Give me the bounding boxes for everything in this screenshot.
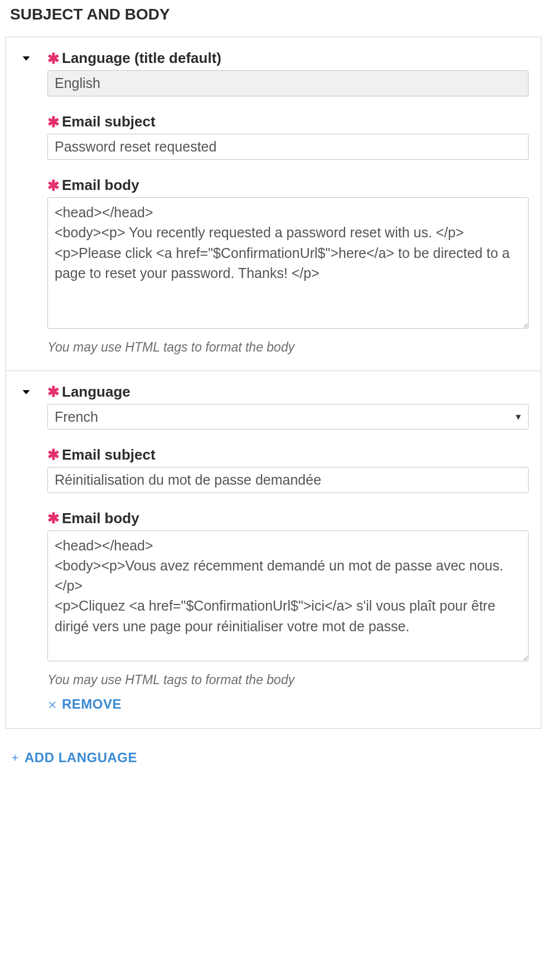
required-star-icon: ✱ — [47, 511, 60, 525]
add-language-button[interactable]: ADD LANGUAGE — [10, 750, 137, 766]
remove-label: REMOVE — [62, 696, 122, 712]
required-star-icon: ✱ — [47, 115, 60, 129]
chevron-down-icon[interactable] — [18, 384, 34, 400]
email-body-textarea[interactable]: <head></head> <body><p>Vous avez récemme… — [47, 530, 529, 662]
email-subject-label: Email subject — [62, 446, 156, 464]
language-block-1: ✱ Language French ✱ Email subject — [6, 370, 541, 729]
required-star-icon: ✱ — [47, 51, 60, 66]
email-body-label: Email body — [62, 177, 139, 194]
email-body-textarea[interactable]: <head></head> <body><p> You recently req… — [47, 197, 529, 329]
subject-body-panel: ✱ Language (title default) ✱ Email subje… — [6, 37, 541, 729]
language-input-default — [47, 70, 529, 96]
language-label: Language — [62, 383, 130, 401]
required-star-icon: ✱ — [47, 447, 60, 462]
add-language-label: ADD LANGUAGE — [25, 750, 137, 766]
remove-button[interactable]: REMOVE — [47, 696, 122, 712]
close-icon — [47, 699, 57, 709]
language-select[interactable]: French — [47, 404, 529, 430]
required-star-icon: ✱ — [47, 384, 60, 399]
chevron-down-icon[interactable] — [18, 51, 34, 66]
required-star-icon: ✱ — [47, 178, 60, 193]
language-label: Language (title default) — [62, 50, 221, 67]
email-subject-input[interactable] — [47, 467, 529, 493]
language-block-0: ✱ Language (title default) ✱ Email subje… — [6, 37, 541, 370]
email-subject-label: Email subject — [62, 113, 156, 130]
help-text: You may use HTML tags to format the body — [47, 340, 529, 355]
email-subject-input[interactable] — [47, 134, 529, 160]
section-header: SUBJECT AND BODY — [6, 6, 541, 23]
email-body-label: Email body — [62, 510, 139, 527]
help-text: You may use HTML tags to format the body — [47, 672, 529, 688]
plus-icon — [10, 753, 20, 763]
